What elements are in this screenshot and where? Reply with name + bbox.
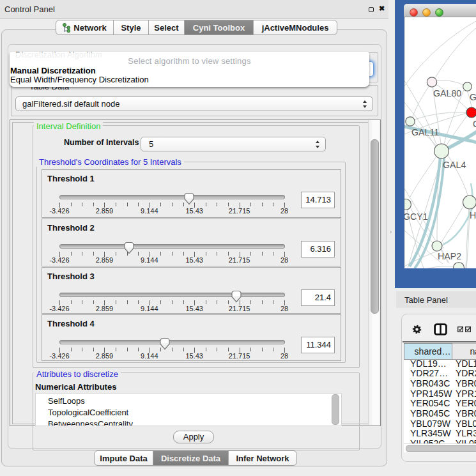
svg-text:GCY1: GCY1 bbox=[404, 211, 428, 222]
svg-text:CDC25: CDC25 bbox=[473, 119, 476, 129]
svg-text:HAP2: HAP2 bbox=[438, 251, 461, 261]
svg-text:HIS7: HIS7 bbox=[470, 210, 476, 220]
svg-text:GAL2: GAL2 bbox=[470, 92, 476, 102]
svg-text:GAL4: GAL4 bbox=[443, 160, 466, 170]
svg-text:GAL80: GAL80 bbox=[433, 88, 461, 98]
svg-text:GAL11: GAL11 bbox=[411, 127, 439, 137]
